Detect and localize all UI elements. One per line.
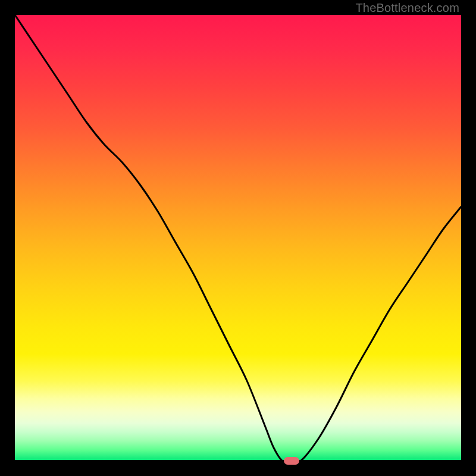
bottleneck-curve — [15, 15, 461, 461]
x-axis-line — [15, 460, 461, 461]
optimal-point-marker — [284, 457, 299, 465]
curve-path — [15, 15, 461, 463]
chart-frame: TheBottleneck.com — [0, 0, 476, 476]
watermark-text: TheBottleneck.com — [355, 1, 459, 15]
